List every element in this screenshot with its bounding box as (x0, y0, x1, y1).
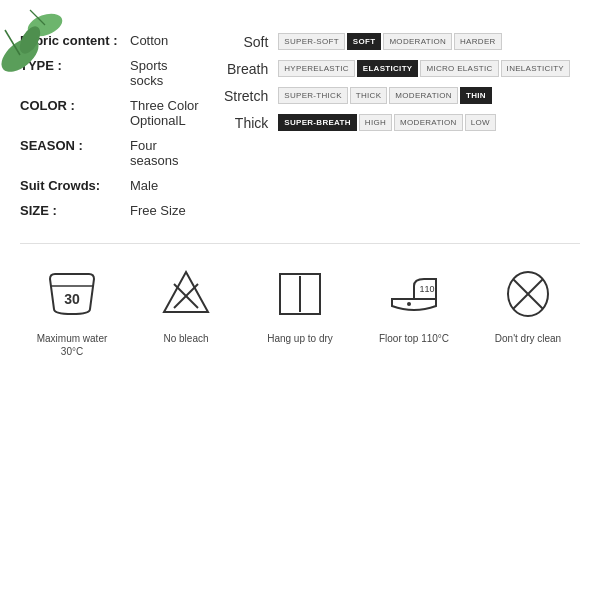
care-icon-iron110: 110 (384, 264, 444, 324)
rating-segment: MODERATION (394, 114, 463, 131)
care-item: Hang up to dry (255, 264, 345, 345)
rating-segment: MODERATION (389, 87, 458, 104)
rating-segment: MICRO ELASTIC (420, 60, 498, 77)
care-icon-wash30: 30 (42, 264, 102, 324)
rating-row: StretchSUPER-THICKTHICKMODERATIONTHIN (223, 87, 570, 104)
title-section (0, 0, 600, 18)
svg-text:110: 110 (419, 284, 434, 294)
rating-row: ThickSUPER-BREATHHIGHMODERATIONLOW (223, 114, 570, 131)
rating-segment: THIN (460, 87, 492, 104)
care-icon-hangdry (270, 264, 330, 324)
rating-segment: ELASTICITY (357, 60, 419, 77)
care-section: 30Maximum water 30°CNo bleachHang up to … (0, 249, 600, 363)
rating-segment: HYPERELASTIC (278, 60, 355, 77)
rating-segment: INELASTICITY (501, 60, 570, 77)
spec-row: Suit Crowds: Male (20, 178, 203, 193)
rating-segment: SUPER-SOFT (278, 33, 345, 50)
spec-value: Cotton (130, 33, 168, 48)
rating-segment: SOFT (347, 33, 382, 50)
care-item: 30Maximum water 30°C (27, 264, 117, 358)
rating-bar: SUPER-BREATHHIGHMODERATIONLOW (278, 114, 496, 131)
rating-label: Breath (223, 61, 278, 77)
rating-row: BreathHYPERELASTICELASTICITYMICRO ELASTI… (223, 60, 570, 77)
care-label: No bleach (163, 332, 208, 345)
care-label: Don't dry clean (495, 332, 561, 345)
spec-label: Suit Crowds: (20, 178, 130, 193)
spec-label: COLOR : (20, 98, 130, 113)
rating-segment: HARDER (454, 33, 502, 50)
spec-row: SIZE : Free Size (20, 203, 203, 218)
spec-value: Male (130, 178, 158, 193)
spec-value: Sports socks (130, 58, 203, 88)
svg-point-12 (407, 302, 411, 306)
rating-bar: SUPER-SOFTSOFTMODERATIONHARDER (278, 33, 501, 50)
svg-text:30: 30 (64, 291, 80, 307)
spec-value: Four seasons (130, 138, 203, 168)
rating-segment: HIGH (359, 114, 392, 131)
spec-value: Three Color OptionalL (130, 98, 203, 128)
page: Fabric content : Cotton TYPE : Sports so… (0, 0, 600, 600)
rating-label: Stretch (223, 88, 278, 104)
rating-label: Thick (223, 115, 278, 131)
rating-row: SoftSUPER-SOFTSOFTMODERATIONHARDER (223, 33, 570, 50)
care-label: Hang up to dry (267, 332, 333, 345)
rating-bar: SUPER-THICKTHICKMODERATIONTHIN (278, 87, 492, 104)
rating-segment: MODERATION (383, 33, 452, 50)
leaf-decoration (0, 0, 80, 80)
care-label: Floor top 110°C (379, 332, 449, 345)
care-item: No bleach (141, 264, 231, 345)
care-item: 110Floor top 110°C (369, 264, 459, 345)
rating-segment: SUPER-THICK (278, 87, 348, 104)
divider (20, 243, 580, 244)
spec-label: SEASON : (20, 138, 130, 153)
spec-value: Free Size (130, 203, 186, 218)
svg-marker-7 (164, 272, 208, 312)
rating-segment: SUPER-BREATH (278, 114, 357, 131)
ratings-section: SoftSUPER-SOFTSOFTMODERATIONHARDERBreath… (213, 33, 570, 228)
care-item: Don't dry clean (483, 264, 573, 345)
rating-segment: THICK (350, 87, 388, 104)
spec-label: SIZE : (20, 203, 130, 218)
care-icon-nobleach (156, 264, 216, 324)
spec-row: SEASON : Four seasons (20, 138, 203, 168)
care-label: Maximum water 30°C (27, 332, 117, 358)
care-icon-noclean (498, 264, 558, 324)
rating-label: Soft (223, 34, 278, 50)
spec-row: COLOR : Three Color OptionalL (20, 98, 203, 128)
content-area: Fabric content : Cotton TYPE : Sports so… (0, 23, 600, 238)
rating-segment: LOW (465, 114, 496, 131)
rating-bar: HYPERELASTICELASTICITYMICRO ELASTICINELA… (278, 60, 570, 77)
